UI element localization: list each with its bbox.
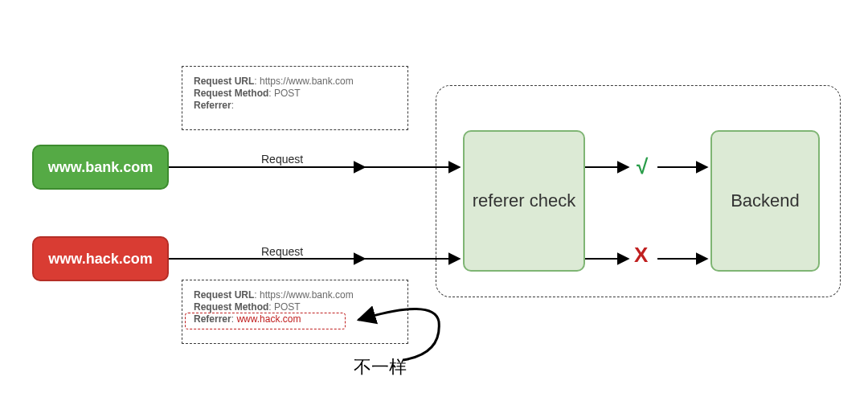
backend-label: Backend [731, 190, 800, 211]
referer-check-label: referer check [473, 190, 575, 211]
req-method-value: : POST [268, 88, 300, 99]
referer-check-box: referer check [463, 130, 585, 272]
request-info-bottom: Request URL: https://www.bank.com Reques… [182, 280, 408, 344]
req-referrer-value: : [231, 100, 234, 111]
req-url-label: Request URL [194, 76, 254, 87]
req-referrer-label: Referrer [194, 100, 231, 111]
req-referrer-host-b: www.hack.com [236, 313, 301, 325]
site-bank: www.bank.com [32, 145, 169, 190]
req-method-label: Request Method [194, 88, 268, 99]
req-method-label-b: Request Method [194, 301, 268, 313]
edge-label-request-1: Request [261, 153, 303, 166]
req-method-value-b: : POST [268, 301, 300, 313]
request-info-top: Request URL: https://www.bank.com Reques… [182, 66, 408, 130]
site-bank-label: www.bank.com [48, 159, 153, 176]
annotation-not-same: 不一样 [354, 355, 407, 379]
req-url-value-b: : https://www.bank.com [254, 289, 353, 301]
edge-label-request-2: Request [261, 245, 303, 258]
req-url-value: : https://www.bank.com [254, 76, 353, 87]
site-hack-label: www.hack.com [48, 251, 152, 268]
req-referrer-label-b: Referrer [194, 313, 231, 325]
backend-box: Backend [710, 130, 820, 272]
mark-fail: X [634, 243, 648, 268]
mark-pass: √ [637, 154, 648, 179]
site-hack: www.hack.com [32, 236, 169, 281]
req-url-label-b: Request URL [194, 289, 254, 301]
